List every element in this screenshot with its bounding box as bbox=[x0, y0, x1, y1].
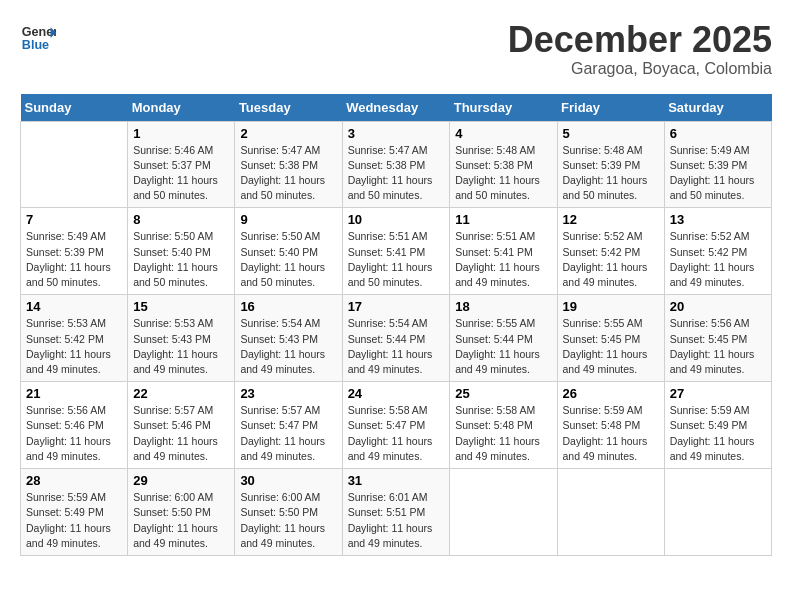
day-number: 29 bbox=[133, 473, 229, 488]
weekday-header-monday: Monday bbox=[128, 94, 235, 122]
calendar-cell: 20Sunrise: 5:56 AM Sunset: 5:45 PM Dayli… bbox=[664, 295, 771, 382]
day-info: Sunrise: 5:53 AM Sunset: 5:42 PM Dayligh… bbox=[26, 316, 122, 377]
calendar-cell: 23Sunrise: 5:57 AM Sunset: 5:47 PM Dayli… bbox=[235, 382, 342, 469]
calendar-cell: 8Sunrise: 5:50 AM Sunset: 5:40 PM Daylig… bbox=[128, 208, 235, 295]
day-number: 25 bbox=[455, 386, 551, 401]
weekday-header-saturday: Saturday bbox=[664, 94, 771, 122]
day-number: 7 bbox=[26, 212, 122, 227]
day-number: 10 bbox=[348, 212, 445, 227]
day-info: Sunrise: 5:57 AM Sunset: 5:47 PM Dayligh… bbox=[240, 403, 336, 464]
calendar-week-5: 28Sunrise: 5:59 AM Sunset: 5:49 PM Dayli… bbox=[21, 469, 772, 556]
calendar-cell: 24Sunrise: 5:58 AM Sunset: 5:47 PM Dayli… bbox=[342, 382, 450, 469]
calendar-week-3: 14Sunrise: 5:53 AM Sunset: 5:42 PM Dayli… bbox=[21, 295, 772, 382]
calendar-cell: 10Sunrise: 5:51 AM Sunset: 5:41 PM Dayli… bbox=[342, 208, 450, 295]
day-info: Sunrise: 5:48 AM Sunset: 5:38 PM Dayligh… bbox=[455, 143, 551, 204]
day-info: Sunrise: 5:51 AM Sunset: 5:41 PM Dayligh… bbox=[455, 229, 551, 290]
calendar-week-1: 1Sunrise: 5:46 AM Sunset: 5:37 PM Daylig… bbox=[21, 121, 772, 208]
day-info: Sunrise: 5:54 AM Sunset: 5:44 PM Dayligh… bbox=[348, 316, 445, 377]
calendar-cell: 25Sunrise: 5:58 AM Sunset: 5:48 PM Dayli… bbox=[450, 382, 557, 469]
calendar-cell bbox=[21, 121, 128, 208]
weekday-header-row: SundayMondayTuesdayWednesdayThursdayFrid… bbox=[21, 94, 772, 122]
day-info: Sunrise: 5:58 AM Sunset: 5:48 PM Dayligh… bbox=[455, 403, 551, 464]
day-info: Sunrise: 5:47 AM Sunset: 5:38 PM Dayligh… bbox=[240, 143, 336, 204]
calendar-cell: 21Sunrise: 5:56 AM Sunset: 5:46 PM Dayli… bbox=[21, 382, 128, 469]
day-number: 23 bbox=[240, 386, 336, 401]
day-number: 11 bbox=[455, 212, 551, 227]
calendar-cell: 18Sunrise: 5:55 AM Sunset: 5:44 PM Dayli… bbox=[450, 295, 557, 382]
day-info: Sunrise: 5:55 AM Sunset: 5:45 PM Dayligh… bbox=[563, 316, 659, 377]
day-number: 3 bbox=[348, 126, 445, 141]
month-title: December 2025 bbox=[508, 20, 772, 60]
day-number: 21 bbox=[26, 386, 122, 401]
day-info: Sunrise: 5:53 AM Sunset: 5:43 PM Dayligh… bbox=[133, 316, 229, 377]
day-info: Sunrise: 5:59 AM Sunset: 5:49 PM Dayligh… bbox=[670, 403, 766, 464]
day-number: 24 bbox=[348, 386, 445, 401]
day-number: 27 bbox=[670, 386, 766, 401]
day-number: 1 bbox=[133, 126, 229, 141]
day-number: 14 bbox=[26, 299, 122, 314]
calendar-cell: 26Sunrise: 5:59 AM Sunset: 5:48 PM Dayli… bbox=[557, 382, 664, 469]
day-number: 9 bbox=[240, 212, 336, 227]
weekday-header-sunday: Sunday bbox=[21, 94, 128, 122]
calendar-cell: 7Sunrise: 5:49 AM Sunset: 5:39 PM Daylig… bbox=[21, 208, 128, 295]
day-info: Sunrise: 5:56 AM Sunset: 5:45 PM Dayligh… bbox=[670, 316, 766, 377]
calendar-cell: 14Sunrise: 5:53 AM Sunset: 5:42 PM Dayli… bbox=[21, 295, 128, 382]
weekday-header-tuesday: Tuesday bbox=[235, 94, 342, 122]
day-number: 4 bbox=[455, 126, 551, 141]
day-info: Sunrise: 5:59 AM Sunset: 5:48 PM Dayligh… bbox=[563, 403, 659, 464]
day-number: 22 bbox=[133, 386, 229, 401]
calendar-cell: 1Sunrise: 5:46 AM Sunset: 5:37 PM Daylig… bbox=[128, 121, 235, 208]
day-info: Sunrise: 5:49 AM Sunset: 5:39 PM Dayligh… bbox=[670, 143, 766, 204]
day-number: 16 bbox=[240, 299, 336, 314]
calendar-cell: 2Sunrise: 5:47 AM Sunset: 5:38 PM Daylig… bbox=[235, 121, 342, 208]
day-number: 6 bbox=[670, 126, 766, 141]
day-number: 12 bbox=[563, 212, 659, 227]
title-area: December 2025 Garagoa, Boyaca, Colombia bbox=[508, 20, 772, 78]
day-number: 28 bbox=[26, 473, 122, 488]
day-info: Sunrise: 5:49 AM Sunset: 5:39 PM Dayligh… bbox=[26, 229, 122, 290]
calendar-cell: 27Sunrise: 5:59 AM Sunset: 5:49 PM Dayli… bbox=[664, 382, 771, 469]
calendar-cell: 30Sunrise: 6:00 AM Sunset: 5:50 PM Dayli… bbox=[235, 469, 342, 556]
calendar-table: SundayMondayTuesdayWednesdayThursdayFrid… bbox=[20, 94, 772, 556]
day-info: Sunrise: 5:52 AM Sunset: 5:42 PM Dayligh… bbox=[563, 229, 659, 290]
day-number: 30 bbox=[240, 473, 336, 488]
day-info: Sunrise: 5:50 AM Sunset: 5:40 PM Dayligh… bbox=[240, 229, 336, 290]
calendar-cell: 17Sunrise: 5:54 AM Sunset: 5:44 PM Dayli… bbox=[342, 295, 450, 382]
calendar-cell bbox=[557, 469, 664, 556]
day-info: Sunrise: 5:47 AM Sunset: 5:38 PM Dayligh… bbox=[348, 143, 445, 204]
day-number: 20 bbox=[670, 299, 766, 314]
day-info: Sunrise: 5:50 AM Sunset: 5:40 PM Dayligh… bbox=[133, 229, 229, 290]
calendar-cell: 22Sunrise: 5:57 AM Sunset: 5:46 PM Dayli… bbox=[128, 382, 235, 469]
day-info: Sunrise: 5:48 AM Sunset: 5:39 PM Dayligh… bbox=[563, 143, 659, 204]
calendar-cell: 19Sunrise: 5:55 AM Sunset: 5:45 PM Dayli… bbox=[557, 295, 664, 382]
weekday-header-wednesday: Wednesday bbox=[342, 94, 450, 122]
day-number: 2 bbox=[240, 126, 336, 141]
weekday-header-thursday: Thursday bbox=[450, 94, 557, 122]
weekday-header-friday: Friday bbox=[557, 94, 664, 122]
day-info: Sunrise: 5:55 AM Sunset: 5:44 PM Dayligh… bbox=[455, 316, 551, 377]
day-info: Sunrise: 5:58 AM Sunset: 5:47 PM Dayligh… bbox=[348, 403, 445, 464]
day-number: 26 bbox=[563, 386, 659, 401]
calendar-cell: 12Sunrise: 5:52 AM Sunset: 5:42 PM Dayli… bbox=[557, 208, 664, 295]
day-info: Sunrise: 6:00 AM Sunset: 5:50 PM Dayligh… bbox=[133, 490, 229, 551]
day-info: Sunrise: 6:00 AM Sunset: 5:50 PM Dayligh… bbox=[240, 490, 336, 551]
calendar-cell: 31Sunrise: 6:01 AM Sunset: 5:51 PM Dayli… bbox=[342, 469, 450, 556]
day-number: 15 bbox=[133, 299, 229, 314]
day-number: 5 bbox=[563, 126, 659, 141]
logo-icon: General Blue bbox=[20, 20, 56, 56]
day-number: 8 bbox=[133, 212, 229, 227]
calendar-cell bbox=[664, 469, 771, 556]
calendar-cell: 11Sunrise: 5:51 AM Sunset: 5:41 PM Dayli… bbox=[450, 208, 557, 295]
calendar-cell: 5Sunrise: 5:48 AM Sunset: 5:39 PM Daylig… bbox=[557, 121, 664, 208]
day-info: Sunrise: 5:56 AM Sunset: 5:46 PM Dayligh… bbox=[26, 403, 122, 464]
calendar-cell: 15Sunrise: 5:53 AM Sunset: 5:43 PM Dayli… bbox=[128, 295, 235, 382]
day-number: 17 bbox=[348, 299, 445, 314]
calendar-cell: 29Sunrise: 6:00 AM Sunset: 5:50 PM Dayli… bbox=[128, 469, 235, 556]
calendar-cell: 16Sunrise: 5:54 AM Sunset: 5:43 PM Dayli… bbox=[235, 295, 342, 382]
day-info: Sunrise: 5:57 AM Sunset: 5:46 PM Dayligh… bbox=[133, 403, 229, 464]
logo: General Blue bbox=[20, 20, 56, 56]
day-info: Sunrise: 5:54 AM Sunset: 5:43 PM Dayligh… bbox=[240, 316, 336, 377]
day-info: Sunrise: 5:59 AM Sunset: 5:49 PM Dayligh… bbox=[26, 490, 122, 551]
location-subtitle: Garagoa, Boyaca, Colombia bbox=[508, 60, 772, 78]
calendar-cell: 4Sunrise: 5:48 AM Sunset: 5:38 PM Daylig… bbox=[450, 121, 557, 208]
